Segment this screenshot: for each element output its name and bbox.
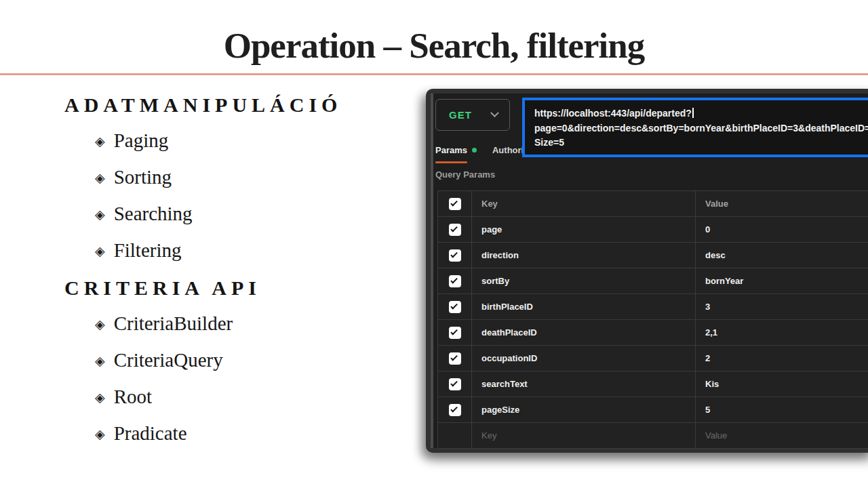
list-item-label: Searching xyxy=(114,203,193,225)
select-all-cell xyxy=(438,191,472,216)
list-item: ◈ Root xyxy=(95,378,261,415)
list-item: ◈ CriteriaBuilder xyxy=(95,305,261,342)
value-cell[interactable]: bornYear xyxy=(696,268,868,293)
row-checkbox[interactable] xyxy=(449,301,461,313)
row-checkbox[interactable] xyxy=(449,352,461,365)
list-item-label: Filtering xyxy=(114,239,182,262)
checkmark-icon xyxy=(450,328,458,336)
section-heading: ADATMANIPULÁCIÓ xyxy=(64,92,342,118)
row-checkbox[interactable] xyxy=(449,378,461,390)
row-checkbox[interactable] xyxy=(449,275,461,287)
tab-params-label: Params xyxy=(435,145,467,155)
value-cell[interactable]: Value xyxy=(696,423,868,448)
table-row: direction desc xyxy=(438,243,868,268)
diamond-bullet-icon: ◈ xyxy=(95,170,105,185)
value-cell[interactable]: desc xyxy=(696,243,868,268)
list-item-label: Pradicate xyxy=(114,422,187,445)
table-row: birthPlaceID 3 xyxy=(438,294,868,320)
diamond-bullet-icon: ◈ xyxy=(95,390,105,405)
bullet-list: ◈ Paging ◈ Sorting ◈ Searching ◈ Filteri… xyxy=(64,122,342,268)
key-cell[interactable]: deathPlaceID xyxy=(472,320,696,345)
checkmark-icon xyxy=(450,251,458,258)
row-checkbox[interactable] xyxy=(449,327,461,339)
checkbox-cell xyxy=(438,217,472,242)
key-cell[interactable]: occupationID xyxy=(472,346,696,371)
placeholder-row: Key Value xyxy=(438,423,868,449)
query-params-label: Query Params xyxy=(435,169,495,180)
params-table: Key Value page 0 direction desc sortBy b… xyxy=(437,190,868,449)
checkbox-cell xyxy=(438,294,472,319)
params-active-dot-icon xyxy=(472,148,477,152)
checkmark-icon xyxy=(450,225,458,232)
section-adatmanipulacio: ADATMANIPULÁCIÓ ◈ Paging ◈ Sorting ◈ Sea… xyxy=(64,92,342,268)
key-cell[interactable]: pageSize xyxy=(472,397,696,422)
key-cell[interactable]: birthPlaceID xyxy=(472,294,696,319)
diamond-bullet-icon: ◈ xyxy=(95,317,105,331)
list-item-label: Root xyxy=(114,386,152,408)
checkbox-cell xyxy=(438,268,472,293)
list-item-label: CriteriaBuilder xyxy=(114,312,233,335)
value-cell[interactable]: 2 xyxy=(696,346,868,371)
value-header-cell: Value xyxy=(696,191,868,216)
url-line-2: page=0&direction=desc&sortBy=bornYear&bi… xyxy=(534,121,868,136)
table-header-row: Key Value xyxy=(438,191,868,217)
key-cell[interactable]: searchText xyxy=(472,371,696,396)
row-checkbox[interactable] xyxy=(449,404,461,416)
method-label: GET xyxy=(449,109,472,121)
list-item: ◈ Pradicate xyxy=(95,415,261,451)
value-cell[interactable]: 2,1 xyxy=(696,320,868,345)
value-cell[interactable]: 3 xyxy=(696,294,868,319)
text-caret-icon xyxy=(692,108,694,118)
bullet-list: ◈ CriteriaBuilder ◈ CriteriaQuery ◈ Root… xyxy=(64,305,261,451)
row-checkbox[interactable] xyxy=(449,249,461,262)
checkbox-cell xyxy=(438,320,472,345)
table-row: pageSize 5 xyxy=(438,397,868,423)
active-tab-underline xyxy=(435,161,467,163)
table-row: deathPlaceID 2,1 xyxy=(438,320,868,346)
list-item-label: CriteriaQuery xyxy=(114,349,223,371)
key-header-cell: Key xyxy=(472,191,696,216)
checkmark-icon xyxy=(450,405,458,413)
url-line-1: https://localhost:443/api/departed? xyxy=(534,106,868,121)
page-title: Operation – Search, filtering xyxy=(0,26,868,65)
diamond-bullet-icon: ◈ xyxy=(95,353,105,368)
checkbox-cell xyxy=(438,346,472,371)
checkbox-cell-empty xyxy=(438,423,472,448)
checkmark-icon xyxy=(450,380,458,387)
checkbox-cell xyxy=(438,397,472,422)
checkbox-cell xyxy=(438,371,472,396)
section-heading: CRITERIA API xyxy=(64,275,261,301)
list-item: ◈ CriteriaQuery xyxy=(95,342,261,378)
list-item-label: Paging xyxy=(114,129,169,152)
value-cell[interactable]: 0 xyxy=(696,217,868,242)
checkmark-icon xyxy=(450,302,458,310)
diamond-bullet-icon: ◈ xyxy=(95,134,105,148)
list-item-label: Sorting xyxy=(114,166,172,188)
url-input[interactable]: https://localhost:443/api/departed? page… xyxy=(522,98,868,157)
key-cell[interactable]: page xyxy=(472,217,696,242)
key-cell[interactable]: sortBy xyxy=(472,268,696,293)
list-item: ◈ Searching xyxy=(95,195,342,232)
diamond-bullet-icon: ◈ xyxy=(95,426,105,441)
key-cell[interactable]: direction xyxy=(472,243,696,268)
table-row: page 0 xyxy=(438,217,868,243)
checkbox-cell xyxy=(438,243,472,268)
value-cell[interactable]: Kis xyxy=(696,371,868,396)
diamond-bullet-icon: ◈ xyxy=(95,207,105,222)
diamond-bullet-icon: ◈ xyxy=(95,243,105,258)
table-row: occupationID 2 xyxy=(438,346,868,371)
list-item: ◈ Paging xyxy=(95,122,342,159)
method-dropdown[interactable]: GET xyxy=(435,99,510,131)
section-criteria-api: CRITERIA API ◈ CriteriaBuilder ◈ Criteri… xyxy=(64,275,261,451)
row-checkbox[interactable] xyxy=(449,224,461,236)
value-cell[interactable]: 5 xyxy=(696,397,868,422)
key-cell[interactable]: Key xyxy=(472,423,696,448)
tab-params[interactable]: Params xyxy=(435,145,477,155)
list-item: ◈ Sorting xyxy=(95,159,342,195)
checkmark-icon xyxy=(450,199,458,207)
url-line-3: Size=5 xyxy=(534,136,868,150)
select-all-checkbox[interactable] xyxy=(449,198,461,210)
chevron-down-icon xyxy=(490,108,499,117)
panel-frame-highlight xyxy=(431,94,433,448)
checkmark-icon xyxy=(450,277,458,284)
